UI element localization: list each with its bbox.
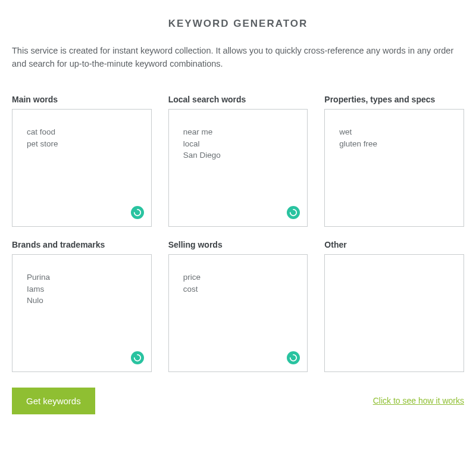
selling-label: Selling words (168, 240, 308, 249)
grid: Main words Local search words Properties… (12, 95, 464, 372)
get-keywords-button[interactable]: Get keywords (12, 388, 95, 414)
intro-text: This service is created for instant keyw… (12, 44, 464, 71)
brands-input[interactable] (12, 255, 151, 371)
cell-local-search: Local search words (168, 95, 308, 227)
page-title: KEYWORD GENERATOR (12, 18, 464, 30)
other-input[interactable] (325, 255, 464, 371)
other-label: Other (324, 240, 464, 249)
cell-main-words: Main words (12, 95, 152, 227)
properties-label: Properties, types and specs (324, 95, 464, 104)
local-search-box (168, 109, 308, 227)
properties-box (324, 109, 464, 227)
cell-selling: Selling words (168, 240, 308, 372)
cell-properties: Properties, types and specs (324, 95, 464, 227)
local-search-label: Local search words (168, 95, 308, 104)
main-words-label: Main words (12, 95, 152, 104)
spinner-icon (131, 206, 144, 219)
brands-label: Brands and trademarks (12, 240, 152, 249)
how-it-works-link[interactable]: Click to see how it works (373, 396, 464, 405)
properties-input[interactable] (325, 110, 464, 226)
brands-box (12, 254, 152, 372)
selling-box (168, 254, 308, 372)
selling-input[interactable] (169, 255, 308, 371)
other-box (324, 254, 464, 372)
spinner-icon (131, 351, 144, 364)
cell-brands: Brands and trademarks (12, 240, 152, 372)
footer: Get keywords Click to see how it works (12, 388, 464, 414)
main-words-input[interactable] (12, 110, 151, 226)
cell-other: Other (324, 240, 464, 372)
local-search-input[interactable] (169, 110, 308, 226)
main-words-box (12, 109, 152, 227)
